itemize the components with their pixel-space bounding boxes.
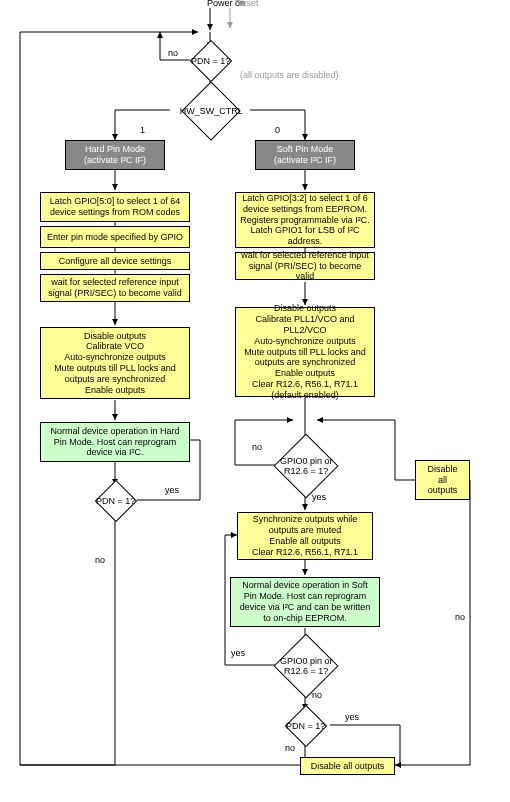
soft-sync-outputs: Synchronize outputs while outputs are mu… bbox=[237, 512, 373, 560]
soft-calibrate-pll: Disable outputs Calibrate PLL1/VCO and P… bbox=[235, 307, 375, 397]
flow-arrows bbox=[0, 0, 510, 802]
hard-normal-operation: Normal device operation in Hard Pin Mode… bbox=[40, 422, 190, 462]
hard-latch-gpio: Latch GPIO[5:0] to select 1 of 64 device… bbox=[40, 192, 190, 222]
hard-configure-settings: Configure all device settings bbox=[40, 252, 190, 270]
edge-1: 1 bbox=[140, 125, 145, 135]
decision-gpio0-1: GPIO0 pin or R12.6 = 1? bbox=[273, 433, 338, 498]
hard-enter-pin-mode: Enter pin mode specified by GPIO bbox=[40, 226, 190, 248]
decision-pdn-soft: PDN = 1? bbox=[285, 705, 327, 747]
edge-no-right: no bbox=[455, 612, 465, 622]
hard-wait-ref: wait for selected reference input signal… bbox=[40, 274, 190, 302]
soft-pin-mode-title: Soft Pin Mode (activate I²C IF) bbox=[255, 140, 355, 170]
soft-disable-outputs-2: Disable all outputs bbox=[300, 757, 395, 775]
edge-no: no bbox=[168, 48, 178, 58]
soft-latch-gpio: Latch GPIO[3:2] to select 1 of 6 device … bbox=[235, 192, 375, 248]
soft-wait-ref: wait for selected reference input signal… bbox=[235, 252, 375, 280]
edge-no-gpio1: no bbox=[252, 442, 262, 452]
decision-pdn-top: PDN = 1? bbox=[190, 40, 232, 82]
edge-yes-gpio1: yes bbox=[312, 492, 326, 502]
decision-pdn-hard: PDN = 1? bbox=[95, 480, 137, 522]
soft-normal-operation: Normal device operation in Soft Pin Mode… bbox=[230, 577, 380, 627]
edge-yes-hard: yes bbox=[165, 485, 179, 495]
edge-yes-pdn2: yes bbox=[345, 712, 359, 722]
hard-calibrate-vco: Disable outputs Calibrate VCO Auto-synch… bbox=[40, 327, 190, 399]
edge-yes-gpio2: yes bbox=[231, 648, 245, 658]
edge-no-hard: no bbox=[95, 555, 105, 565]
edge-no-pdn2: no bbox=[285, 743, 295, 753]
edge-0: 0 bbox=[275, 125, 280, 135]
decision-gpio0-2: GPIO0 pin or R12.6 = 1? bbox=[273, 633, 338, 698]
soft-disable-outputs-1: Disable all outputs bbox=[415, 460, 470, 500]
reset-label: Reset bbox=[235, 0, 259, 8]
edge-no-gpio2: no bbox=[312, 690, 322, 700]
all-outputs-disabled-note: (all outputs are disabled) bbox=[240, 70, 339, 80]
hard-pin-mode-title: Hard Pin Mode (activate I²C IF) bbox=[65, 140, 165, 170]
decision-hw-sw-ctrl: HW_SW_CTRL bbox=[181, 81, 240, 140]
